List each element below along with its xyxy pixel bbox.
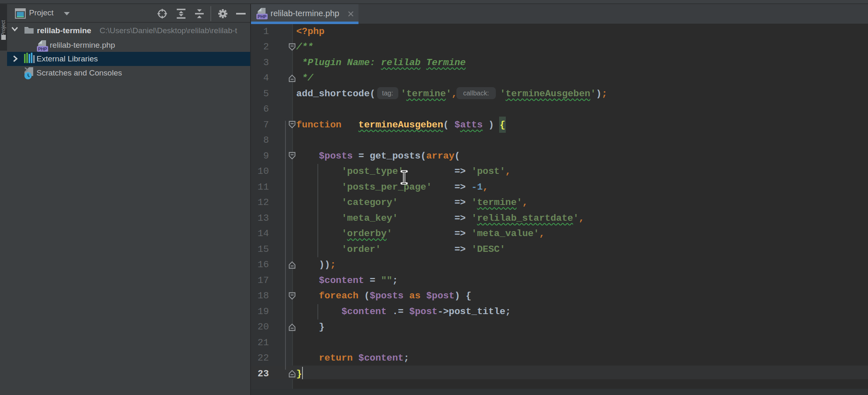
svg-text:PHP: PHP (38, 46, 47, 51)
svg-text:PHP: PHP (258, 14, 267, 19)
